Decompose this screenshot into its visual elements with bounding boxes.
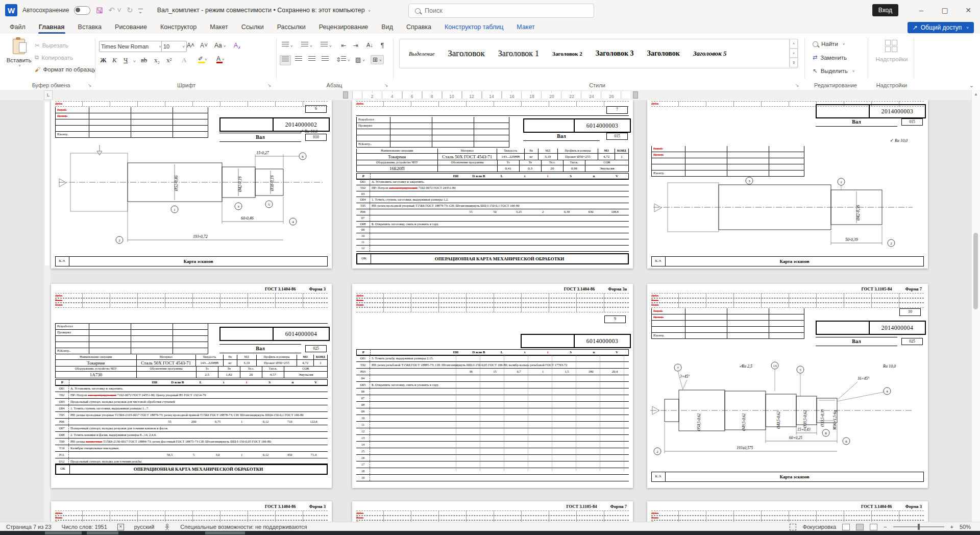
font-family-combo[interactable]: Times New Roman˅: [99, 41, 163, 52]
align-right-button[interactable]: [308, 56, 315, 63]
document-page-10[interactable]: ГОСТ 3.1404-86Форма 3а Дубл. Взам. Подл.…: [352, 284, 633, 488]
find-button[interactable]: Найти˅: [813, 41, 845, 47]
shading-button[interactable]: ▨˅: [355, 56, 365, 63]
focus-button[interactable]: Фокусировка: [802, 524, 836, 530]
taskbar-item[interactable]: [45, 531, 82, 534]
close-button[interactable]: ✕: [957, 0, 980, 20]
underline-button[interactable]: Ч: [124, 56, 128, 64]
document-title[interactable]: Вал_комплект - режим совместимости • Сох…: [157, 7, 371, 14]
align-center-button[interactable]: [295, 56, 302, 63]
style-item[interactable]: Заголовок: [647, 50, 680, 58]
print-layout-button[interactable]: [856, 524, 864, 530]
document-page-partial[interactable]: ГОСТ 3.1404-86Форма 3 Дубл. Взам. Подл.: [51, 501, 332, 522]
font-dialog-launcher[interactable]: ↘: [267, 83, 272, 88]
change-case-button[interactable]: Aa˅: [214, 42, 226, 49]
zoom-out-button[interactable]: −: [884, 524, 887, 530]
subscript-button[interactable]: x₂: [154, 56, 160, 64]
zoom-slider-knob[interactable]: [918, 524, 920, 530]
scroll-up-icon[interactable]: ▲: [974, 92, 978, 96]
ribbon-tab[interactable]: Файл: [3, 21, 32, 34]
style-item[interactable]: Выделение: [409, 51, 434, 57]
horizontal-ruler[interactable]: 2468101214161820222426: [0, 90, 980, 100]
taskbar-item[interactable]: [87, 531, 118, 534]
clear-formatting-button[interactable]: A✗: [234, 42, 241, 50]
increase-indent-icon[interactable]: ⇥: [353, 42, 358, 49]
save-icon[interactable]: 🖫: [95, 6, 103, 15]
redo-icon[interactable]: ↻: [127, 6, 133, 15]
zoom-slider[interactable]: [893, 526, 944, 527]
zoom-level[interactable]: 50%: [960, 524, 971, 530]
shrink-font-button[interactable]: A˅: [200, 42, 208, 49]
language-indicator[interactable]: русский: [134, 524, 154, 530]
autosave-toggle[interactable]: [74, 6, 90, 15]
justify-button[interactable]: [322, 56, 329, 63]
taskbar-item[interactable]: [205, 531, 245, 534]
superscript-button[interactable]: x²: [166, 56, 172, 64]
read-mode-button[interactable]: [842, 524, 850, 530]
style-item[interactable]: Заголовок 3: [596, 50, 634, 58]
styles-more[interactable]: ⊽: [790, 58, 798, 67]
italic-button[interactable]: К: [112, 56, 117, 64]
addins-button[interactable]: Надстройки: [874, 40, 910, 62]
maximize-button[interactable]: ▢: [933, 0, 957, 20]
ribbon-tab[interactable]: Конструктор таблиц: [438, 21, 510, 34]
borders-button[interactable]: ⊞˅: [371, 55, 384, 64]
paste-button[interactable]: Вставить ˅: [5, 39, 33, 83]
document-page-8[interactable]: Дубл. 2014000003 Вал 015 Разраб. Провер.…: [647, 100, 928, 269]
bullet-list-icon[interactable]: ˅: [282, 42, 293, 49]
document-page-partial[interactable]: ГОСТ 3.1105-84Форма 7 Дубл. Взам. Подл.: [352, 501, 633, 522]
ribbon-tab[interactable]: Рисование: [108, 21, 154, 34]
document-page-9[interactable]: ГОСТ 3.1404-86Форма 3 Дубл. Взам. Подл. …: [51, 284, 332, 488]
page-indicator[interactable]: Страница 7 из 23: [6, 524, 52, 530]
word-count[interactable]: Число слов: 1951: [62, 524, 107, 530]
ribbon-tab[interactable]: Рецензирование: [312, 21, 375, 34]
ribbon-tab[interactable]: Вставка: [71, 21, 108, 34]
underline-arrow[interactable]: ˅: [132, 57, 136, 64]
ribbon-tab[interactable]: Справка: [400, 21, 438, 34]
style-item[interactable]: Заголовок 2: [552, 51, 582, 57]
signin-button[interactable]: Вход: [872, 4, 898, 16]
search-input[interactable]: Поиск: [408, 4, 594, 18]
decrease-indent-icon[interactable]: ⇤: [341, 42, 346, 49]
undo-icon[interactable]: ↶ ˅: [108, 6, 121, 15]
minimize-button[interactable]: –: [910, 0, 933, 20]
zoom-in-button[interactable]: +: [950, 524, 953, 530]
share-button[interactable]: ↗ Общий доступ ˅: [908, 22, 974, 33]
ribbon-tab[interactable]: Вид: [375, 21, 400, 34]
document-page-11[interactable]: ГОСТ 3.1105-84Форма 7 Дубл. Взам. Подл. …: [647, 284, 928, 488]
copy-button[interactable]: ⧉Копировать: [35, 54, 73, 61]
ribbon-tab[interactable]: Главная: [32, 21, 71, 34]
collapse-ribbon-icon[interactable]: ⌄: [969, 82, 974, 89]
text-effects-button[interactable]: A: [182, 56, 186, 64]
format-painter-button[interactable]: 🖌Формат по образцу: [35, 66, 96, 72]
document-page-7[interactable]: Дубл. Разработал Проверил Н.Контр.. 7 60…: [352, 100, 633, 269]
ribbon-tab[interactable]: Конструктор: [154, 21, 203, 34]
strikethrough-button[interactable]: ab: [141, 56, 147, 64]
align-left-button[interactable]: [280, 55, 291, 65]
grow-font-button[interactable]: A˄: [187, 42, 194, 49]
document-page-6[interactable]: Дубл. Разраб. Провер. Н.контр. 6 2014000…: [51, 100, 332, 269]
pilcrow-icon[interactable]: ¶: [381, 42, 384, 49]
styles-scroll-down[interactable]: ˅: [790, 48, 798, 58]
style-item[interactable]: Заголовок 5: [693, 50, 727, 58]
ribbon-tab[interactable]: Ссылки: [235, 21, 271, 34]
highlight-button[interactable]: ✐˅: [198, 55, 207, 63]
proofing-icon[interactable]: ✕: [117, 524, 124, 530]
accessibility-status[interactable]: Специальные возможности: не поддерживают…: [180, 524, 307, 530]
cut-button[interactable]: ✂Вырезать: [35, 42, 68, 49]
style-item[interactable]: Заголовок: [448, 48, 485, 59]
numbered-list-icon[interactable]: ˅: [301, 42, 312, 49]
replace-button[interactable]: ⇄Заменить: [813, 54, 847, 61]
bold-button[interactable]: Ж: [100, 56, 107, 64]
styles-scroll-up[interactable]: ˄: [790, 39, 798, 48]
web-layout-button[interactable]: [870, 524, 877, 530]
ribbon-tab[interactable]: Макет: [203, 21, 234, 34]
document-page-partial[interactable]: ГОСТ 3.1404-86Форма 3 Дубл. Взам. Подл.: [647, 501, 928, 522]
vertical-scrollbar[interactable]: ▲: [971, 90, 980, 522]
ribbon-tab[interactable]: Рассылки: [271, 21, 312, 34]
line-spacing-button[interactable]: ⇕˅: [336, 56, 350, 63]
select-button[interactable]: ↖Выделить˅: [813, 67, 854, 75]
font-size-combo[interactable]: 10˅: [161, 41, 187, 52]
qat-customize-icon[interactable]: ⌄: [138, 9, 143, 13]
tab-stop-selector[interactable]: L: [44, 90, 53, 100]
